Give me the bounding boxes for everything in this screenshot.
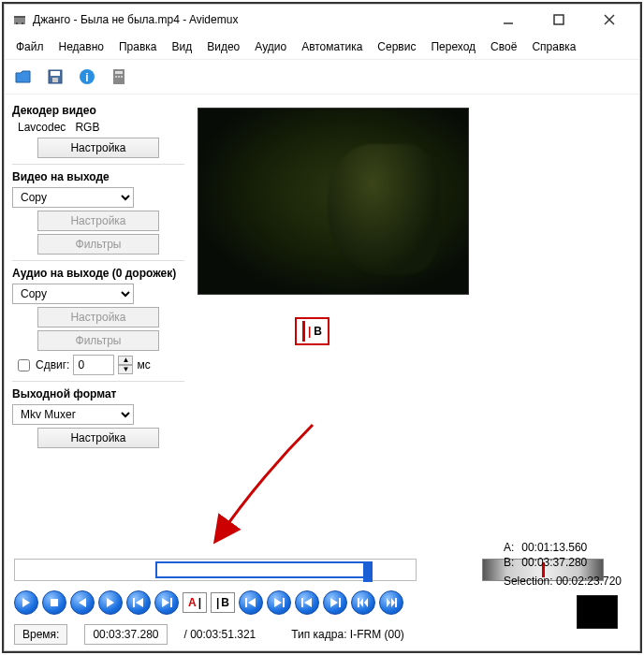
shift-down-button[interactable]: ▼	[118, 365, 133, 374]
marker-b-time: 00:03:37.280	[521, 556, 587, 569]
svg-marker-27	[248, 598, 256, 607]
svg-rect-15	[115, 76, 117, 78]
next-keyframe-button[interactable]	[154, 590, 179, 615]
stop-button[interactable]	[42, 590, 66, 615]
video-out-heading: Видео на выходе	[12, 170, 184, 183]
svg-rect-25	[170, 598, 172, 607]
set-marker-b-button[interactable]: |B	[211, 592, 235, 613]
svg-rect-29	[283, 598, 285, 607]
shift-up-button[interactable]: ▲	[118, 356, 133, 365]
svg-rect-30	[301, 598, 303, 607]
svg-point-3	[22, 22, 23, 24]
close-button[interactable]	[593, 8, 626, 31]
menu-view[interactable]: Вид	[167, 38, 198, 55]
svg-rect-33	[339, 598, 341, 607]
svg-point-2	[16, 22, 18, 24]
selection-range	[155, 561, 371, 578]
svg-rect-34	[358, 598, 359, 607]
menu-service[interactable]: Сервис	[372, 38, 421, 55]
prev-frame-button[interactable]	[70, 590, 95, 615]
minimize-button[interactable]	[491, 8, 525, 31]
play-button[interactable]	[14, 590, 38, 615]
timeline[interactable]	[14, 559, 417, 581]
output-format-select[interactable]: Mkv Muxer	[12, 404, 134, 425]
menu-file[interactable]: Файл	[10, 38, 50, 55]
titlebar: Джанго - Была не была.mp4 - Avidemux	[5, 5, 639, 35]
video-out-select[interactable]: Copy	[12, 187, 134, 208]
decoder-configure-button[interactable]: Настройка	[37, 138, 159, 158]
playhead-handle[interactable]	[363, 561, 373, 582]
prev-black-frame-button[interactable]	[295, 590, 319, 615]
svg-marker-32	[330, 598, 338, 607]
menu-recent[interactable]: Недавно	[53, 38, 110, 55]
decoder-colorspace: RGB	[75, 121, 99, 134]
shift-checkbox[interactable]	[18, 359, 30, 371]
info-button[interactable]: i	[74, 64, 100, 90]
decoder-section: Декодер видео Lavcodec RGB Настройка	[12, 104, 184, 158]
svg-marker-28	[274, 598, 282, 607]
menu-custom[interactable]: Своё	[485, 38, 522, 55]
svg-rect-10	[52, 78, 58, 82]
marker-b-highlight: | B	[295, 317, 329, 345]
svg-rect-1	[14, 16, 25, 18]
window-title: Джанго - Была не была.mp4 - Avidemux	[33, 13, 491, 26]
audio-out-section: Аудио на выходе (0 дорожек) Copy Настрой…	[12, 267, 184, 375]
svg-marker-35	[359, 598, 363, 607]
calculator-button[interactable]	[106, 64, 132, 90]
svg-rect-17	[121, 76, 123, 78]
svg-marker-22	[136, 598, 143, 607]
audio-out-heading: Аудио на выходе (0 дорожек)	[12, 267, 184, 280]
save-file-button[interactable]	[42, 64, 68, 90]
svg-rect-5	[554, 15, 564, 24]
frame-type-value: I-FRM (00)	[350, 628, 404, 641]
last-frame-button[interactable]	[379, 590, 403, 615]
menu-edit[interactable]: Правка	[113, 38, 163, 55]
video-out-configure-button[interactable]: Настройка	[37, 211, 159, 231]
svg-rect-23	[133, 598, 135, 607]
decoder-heading: Декодер видео	[12, 104, 184, 117]
time-total: / 00:03:51.321	[184, 628, 256, 641]
shift-value-input[interactable]	[73, 355, 114, 375]
svg-rect-9	[51, 71, 60, 76]
prev-keyframe-button[interactable]	[126, 590, 151, 615]
svg-rect-19	[51, 599, 58, 606]
maximize-button[interactable]	[542, 8, 576, 31]
svg-marker-21	[107, 598, 114, 607]
output-format-heading: Выходной формат	[12, 387, 184, 400]
audio-out-configure-button[interactable]: Настройка	[37, 307, 159, 328]
marker-a-time: 00:01:13.560	[521, 541, 587, 554]
menu-help[interactable]: Справка	[526, 38, 581, 55]
goto-marker-a-button[interactable]	[239, 590, 263, 615]
shift-unit: мс	[137, 358, 150, 371]
marker-info: A: 00:01:13.560 B: 00:03:37.280 Selectio…	[504, 539, 622, 590]
svg-marker-37	[387, 598, 390, 607]
shift-label: Сдвиг:	[36, 358, 69, 371]
audio-out-filters-button[interactable]: Фильтры	[37, 330, 159, 351]
output-format-section: Выходной формат Mkv Muxer Настройка	[12, 387, 184, 448]
svg-rect-39	[395, 598, 397, 607]
time-label: Время:	[14, 624, 67, 645]
svg-marker-31	[304, 598, 312, 607]
menu-go[interactable]: Переход	[425, 38, 481, 55]
menu-auto[interactable]: Автоматика	[296, 38, 368, 55]
video-out-filters-button[interactable]: Фильтры	[37, 234, 159, 255]
menu-audio[interactable]: Аудио	[249, 38, 292, 55]
svg-rect-26	[245, 598, 247, 607]
next-frame-button[interactable]	[98, 590, 123, 615]
goto-marker-b-button[interactable]	[267, 590, 291, 615]
svg-rect-14	[115, 71, 123, 74]
svg-marker-24	[162, 598, 169, 607]
video-out-section: Видео на выходе Copy Настройка Фильтры	[12, 170, 184, 255]
svg-marker-18	[22, 598, 30, 607]
menu-video[interactable]: Видео	[201, 38, 245, 55]
next-black-frame-button[interactable]	[323, 590, 347, 615]
thumbnail-preview	[577, 595, 618, 629]
set-marker-a-button[interactable]: A|	[183, 592, 207, 613]
toolbar: i	[5, 59, 639, 95]
first-frame-button[interactable]	[351, 590, 375, 615]
time-current[interactable]: 00:03:37.280	[84, 624, 167, 645]
output-format-configure-button[interactable]: Настройка	[37, 428, 159, 448]
audio-out-select[interactable]: Copy	[12, 284, 134, 304]
selection-duration: 00:02:23.720	[556, 575, 622, 588]
open-file-button[interactable]	[10, 64, 37, 90]
